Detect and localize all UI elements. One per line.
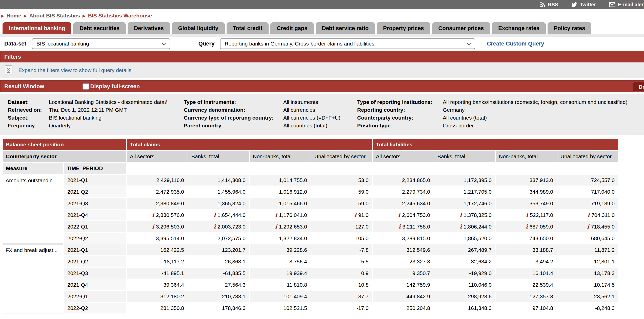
value-cell: 2,072,575.0 [188,233,249,244]
info-icon[interactable]: i [152,210,154,220]
info-icon[interactable]: i [214,221,216,232]
value-cell: 53.0 [311,175,372,186]
info-icon[interactable]: i [164,98,166,106]
info-icon[interactable]: i [214,210,216,220]
value-cell: -8,248.3 [557,303,618,313]
cell-value: 1,322,834.0 [279,233,307,244]
tab-total-credit[interactable]: Total credit [227,22,269,34]
query-metadata-panel: Dataset: Locational Banking Statistics -… [0,94,644,135]
column-header-banks-total-claims[interactable]: Banks, total [188,151,249,162]
value-cell: i704,311.0 [557,210,618,220]
cell-value: 1,172,746.0 [464,198,492,209]
tab-debt-securities[interactable]: Debt securities [73,22,126,34]
value-cell: 298,923.6 [434,291,495,302]
info-icon[interactable]: i [526,221,528,232]
expand-filters-link[interactable]: Expand the filters view to show full que… [18,67,131,73]
tab-global-liquidity[interactable]: Global liquidity [172,22,225,34]
value-cell: 210,733.1 [188,291,249,302]
measure-cell [3,186,63,197]
info-icon[interactable]: i [275,210,277,220]
email-alerts-link[interactable]: E-mail alerts [609,2,644,8]
value-cell: 1,217,705.0 [434,186,495,197]
email-icon [609,2,615,7]
cell-value: -12,801.1 [592,256,615,267]
result-window-bar: Result Window Display full-screen Downlo… [0,80,644,92]
display-fullscreen-checkbox[interactable] [83,83,89,90]
cell-value: 1,014,755.0 [279,175,307,186]
create-custom-query-link[interactable]: Create Custom Query [487,40,544,47]
cell-value: 1,414,308.0 [217,175,246,186]
info-icon[interactable]: i [526,210,528,220]
info-icon[interactable]: i [588,210,590,220]
group-header-total-claims: Total claims [127,139,372,150]
cell-value: 2,279,734.0 [402,186,430,197]
metadata-label: Frequency: [8,122,49,129]
cell-value: 16,101.4 [532,268,553,279]
cell-value: 250,204.8 [407,303,430,313]
twitter-link[interactable]: Twitter [571,2,596,8]
value-cell: i2,604,753.0 [373,210,434,220]
tab-debt-service-ratio[interactable]: Debt service ratio [316,22,375,34]
column-header-all-sectors-claims[interactable]: All sectors [127,151,188,162]
info-icon[interactable]: i [152,221,154,232]
metadata-label: Dataset: [8,98,49,106]
filters-title: Filters [4,54,21,60]
cell-value: 2,234,865.0 [402,175,430,186]
table-row: 2022-Q1312,180.2210,733.1101,409.437.744… [3,291,644,302]
tab-exchange-rates[interactable]: Exchange rates [492,22,546,34]
cell-value: 59.0 [358,198,369,209]
info-icon[interactable]: i [398,210,400,220]
expand-filters-icon[interactable] [5,65,12,75]
table-row: FX and break adjust...2021-Q1162,422.512… [3,244,644,255]
info-icon[interactable]: i [354,210,356,220]
cell-value: 91.0 [358,210,369,220]
breadcrumb-item-about-bis-statistics[interactable]: About BIS Statistics [29,13,80,19]
info-icon[interactable]: i [460,210,462,220]
cell-value: 353,749.0 [530,198,553,209]
value-cell: -27,564.3 [188,279,249,290]
cell-value: 3,289,815.0 [402,233,430,244]
cell-value: 127,357.3 [530,291,553,302]
column-header-non-banks-total-liabilities[interactable]: Non-banks, total [496,151,557,162]
cell-value: 3,211,758.0 [402,221,430,232]
tab-property-prices[interactable]: Property prices [377,22,430,34]
query-select[interactable]: Reporting banks in Germany, Cross-border… [220,38,475,49]
tab-credit-gaps[interactable]: Credit gaps [270,22,314,34]
cell-value: -41,895.1 [162,268,184,279]
cell-value: 1,654,444.0 [217,210,246,220]
value-cell: i522,117.0 [496,210,557,220]
column-header-all-sectors-liabilities[interactable]: All sectors [373,151,434,162]
value-cell: 1,365,324.0 [188,198,249,209]
value-cell: 3,494.2 [496,256,557,267]
value-cell: 11,871.2 [557,244,618,255]
value-cell: i718,455.0 [557,221,618,232]
column-header-unallocated-by-sector-liabilities[interactable]: Unallocated by sector [557,151,618,162]
cell-value: 1,217,705.0 [464,186,492,197]
rss-link[interactable]: RSS [540,2,558,8]
cell-value: 33,188.7 [532,244,553,255]
info-icon[interactable]: i [398,221,400,232]
breadcrumb-item-home[interactable]: Home [7,13,21,19]
value-cell: 1,455,964.0 [188,186,249,197]
info-icon[interactable]: i [587,221,589,232]
query-toolbar: Data-set BIS locational banking Query Re… [0,37,644,51]
tab-consumer-prices[interactable]: Consumer prices [432,22,490,34]
tab-international-banking[interactable]: International banking [3,22,71,34]
value-cell: 2,279,734.0 [373,186,434,197]
cell-value: 1,806,244.0 [464,221,492,232]
column-header-unallocated-by-sector-claims[interactable]: Unallocated by sector [311,151,372,162]
cell-value: -17.0 [356,303,369,313]
tab-derivatives[interactable]: Derivatives [128,22,170,34]
dataset-select[interactable]: BIS locational banking [32,38,170,49]
filters-expand-row: Expand the filters view to show full que… [0,62,644,78]
info-icon[interactable]: i [460,221,462,232]
download-button[interactable]: Download [633,82,644,91]
column-header-non-banks-total-claims[interactable]: Non-banks, total [250,151,311,162]
value-cell: 10.8 [311,279,372,290]
cell-value: 2,604,753.0 [402,210,430,220]
value-cell: 1,016,912.0 [250,186,311,197]
info-icon[interactable]: i [275,221,277,232]
tab-bar: International bankingDebt securitiesDeri… [0,22,644,34]
tab-policy-rates[interactable]: Policy rates [548,22,592,34]
column-header-banks-total-liabilities[interactable]: Banks, total [434,151,495,162]
